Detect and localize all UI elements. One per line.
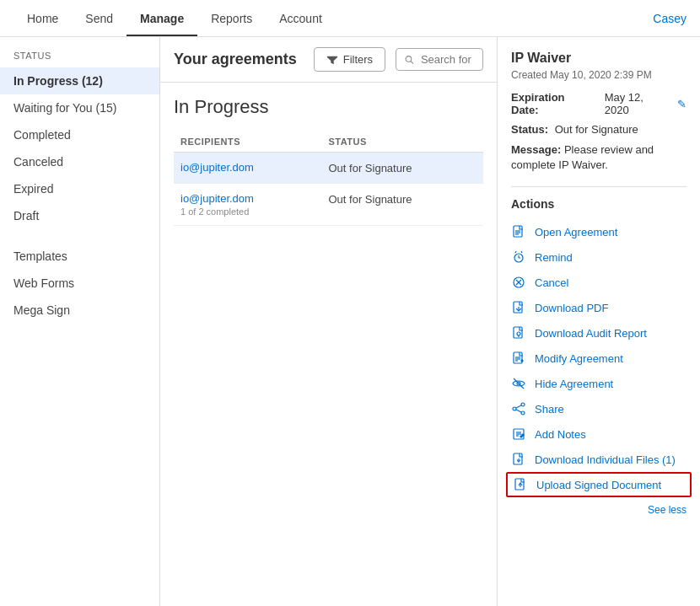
svg-rect-14 <box>514 302 522 313</box>
svg-point-0 <box>406 56 412 62</box>
svg-line-10 <box>521 251 522 253</box>
action-label: Cancel <box>535 276 568 289</box>
recipient-info: io@jupiter.dom 1 of 2 completed <box>180 192 329 217</box>
agreements-title: Your agreements <box>174 51 297 68</box>
agreements-header: Your agreements Filters <box>160 37 497 83</box>
expiration-label: Expiration Date: <box>511 91 595 116</box>
sidebar-item-draft[interactable]: Draft <box>0 202 159 229</box>
action-download-files[interactable]: Download Individual Files (1) <box>511 447 687 472</box>
table-row[interactable]: io@jupiter.dom 1 of 2 completed Out for … <box>174 184 483 226</box>
svg-point-26 <box>513 407 516 410</box>
in-progress-section: In Progress RECIPIENTS STATUS io@jupiter… <box>160 83 497 606</box>
sidebar-item-in-progress[interactable]: In Progress (12) <box>0 67 159 94</box>
status-value: Out for Signature <box>552 123 638 136</box>
svg-rect-34 <box>514 453 522 464</box>
upload-icon <box>513 477 528 492</box>
search-input[interactable] <box>421 53 474 66</box>
sidebar-item-mega-sign[interactable]: Mega Sign <box>0 297 159 324</box>
action-label: Open Agreement <box>535 226 617 239</box>
recipient-info: io@jupiter.dom <box>180 161 329 174</box>
action-modify[interactable]: Modify Agreement <box>511 346 687 371</box>
table-row[interactable]: io@jupiter.dom Out for Signature <box>174 153 483 184</box>
svg-line-28 <box>516 405 521 408</box>
nav-reports[interactable]: Reports <box>197 2 266 35</box>
nav-manage[interactable]: Manage <box>127 2 197 35</box>
action-cancel[interactable]: Cancel <box>511 270 687 295</box>
action-upload-signed[interactable]: Upload Signed Document <box>506 472 692 497</box>
status-label: Status: <box>511 123 548 136</box>
search-icon <box>405 54 414 66</box>
action-label: Modify Agreement <box>535 352 623 365</box>
expiration-date: May 12, 2020 <box>605 91 670 116</box>
sidebar-item-completed[interactable]: Completed <box>0 121 159 148</box>
recipient-email: io@jupiter.dom <box>180 161 329 174</box>
download-pdf-icon <box>511 300 526 315</box>
status-row: Status: Out for Signature <box>511 123 687 136</box>
doc-title: IP Waiver <box>511 51 687 66</box>
filters-button[interactable]: Filters <box>314 47 385 72</box>
action-label: Remind <box>535 251 573 264</box>
download-audit-icon <box>511 325 526 341</box>
notes-icon <box>511 426 526 442</box>
action-label: Download PDF <box>535 302 608 314</box>
svg-point-25 <box>521 403 525 406</box>
sidebar-item-waiting[interactable]: Waiting for You (15) <box>0 94 159 121</box>
in-progress-heading: In Progress <box>174 96 483 118</box>
action-download-pdf[interactable]: Download PDF <box>511 295 687 320</box>
search-box <box>396 48 483 71</box>
right-panel: IP Waiver Created May 10, 2020 2:39 PM E… <box>498 37 700 606</box>
svg-line-24 <box>514 378 524 389</box>
action-label: Hide Agreement <box>535 378 613 390</box>
action-label: Share <box>535 403 564 416</box>
nav-home[interactable]: Home <box>13 2 72 35</box>
left-sidebar: STATUS In Progress (12) Waiting for You … <box>0 37 160 606</box>
svg-line-1 <box>411 61 413 63</box>
sidebar-item-templates[interactable]: Templates <box>0 243 159 270</box>
top-navigation: Home Send Manage Reports Account Casey <box>0 0 700 37</box>
nav-account[interactable]: Account <box>266 2 336 35</box>
clock-icon <box>511 249 526 265</box>
hide-icon <box>511 376 526 391</box>
message-row: Message: Please review and complete IP W… <box>511 142 687 173</box>
action-label: Upload Signed Document <box>536 479 661 491</box>
recipient-email: io@jupiter.dom <box>180 192 329 205</box>
modify-icon <box>511 351 526 366</box>
doc-created: Created May 10, 2020 2:39 PM <box>511 69 687 81</box>
nav-items: Home Send Manage Reports Account <box>13 2 653 35</box>
center-panel: Your agreements Filters In Progress RECI… <box>160 37 498 606</box>
action-add-notes[interactable]: Add Notes <box>511 421 687 447</box>
action-remind[interactable]: Remind <box>511 244 687 270</box>
sidebar-item-canceled[interactable]: Canceled <box>0 148 159 175</box>
action-download-audit[interactable]: Download Audit Report <box>511 320 687 346</box>
see-less-link[interactable]: See less <box>511 504 687 516</box>
svg-line-29 <box>516 410 521 412</box>
document-icon <box>511 224 526 239</box>
svg-point-17 <box>517 332 520 335</box>
action-share[interactable]: Share <box>511 396 687 421</box>
col-recipients: RECIPIENTS <box>180 137 329 147</box>
sidebar-item-expired[interactable]: Expired <box>0 175 159 202</box>
action-hide[interactable]: Hide Agreement <box>511 371 687 396</box>
actions-title: Actions <box>511 197 687 211</box>
sidebar-item-web-forms[interactable]: Web Forms <box>0 270 159 297</box>
action-open-agreement[interactable]: Open Agreement <box>511 219 687 244</box>
download-files-icon <box>511 452 526 467</box>
main-layout: STATUS In Progress (12) Waiting for You … <box>0 37 700 606</box>
col-status: STATUS <box>329 137 477 147</box>
panel-divider <box>511 186 687 187</box>
expiration-row: Expiration Date: May 12, 2020 ✎ <box>511 91 687 116</box>
svg-point-27 <box>521 411 525 415</box>
user-name[interactable]: Casey <box>653 12 687 25</box>
svg-line-9 <box>515 251 516 253</box>
nav-send[interactable]: Send <box>72 2 127 35</box>
action-label: Download Individual Files (1) <box>535 453 676 466</box>
action-label: Add Notes <box>535 428 586 441</box>
expiration-value <box>598 98 601 110</box>
row-status: Out for Signature <box>329 161 477 174</box>
edit-expiration-icon[interactable]: ✎ <box>677 98 687 110</box>
recipient-sub: 1 of 2 completed <box>180 206 329 217</box>
cancel-icon <box>511 275 526 290</box>
share-icon <box>511 401 526 416</box>
action-label: Download Audit Report <box>535 327 647 340</box>
table-header: RECIPIENTS STATUS <box>174 131 483 153</box>
